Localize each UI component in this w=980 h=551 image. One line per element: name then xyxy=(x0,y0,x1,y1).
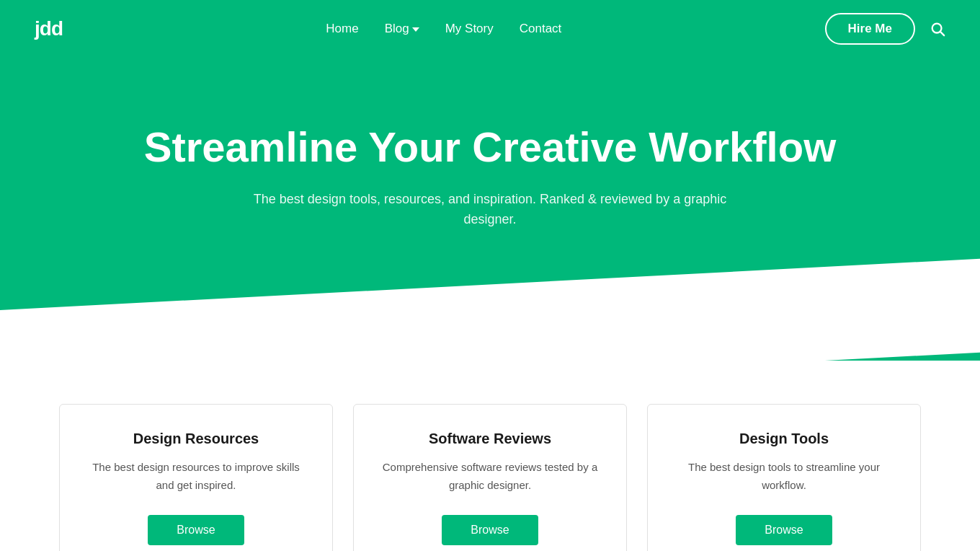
card-desc-design-resources: The best design resources to improve ski… xyxy=(83,459,309,495)
hero-subtitle: The best design tools, resources, and in… xyxy=(238,189,742,231)
nav-item-home[interactable]: Home xyxy=(326,22,358,35)
card-btn-software-reviews[interactable]: Browse xyxy=(442,515,538,545)
card-btn-design-resources[interactable]: Browse xyxy=(148,515,244,545)
hire-me-button[interactable]: Hire Me xyxy=(825,13,915,45)
card-design-resources: Design Resources The best design resourc… xyxy=(59,404,333,551)
navbar-actions: Hire Me xyxy=(825,13,945,45)
svg-line-1 xyxy=(940,32,944,35)
navbar: jdd Home Blog My Story Contact Hire Me xyxy=(0,0,980,58)
site-logo[interactable]: jdd xyxy=(35,17,63,40)
card-software-reviews: Software Reviews Comprehensive software … xyxy=(353,404,627,551)
hero-title: Streamline Your Creative Workflow xyxy=(144,123,837,172)
search-icon xyxy=(930,21,945,37)
card-title-design-resources: Design Resources xyxy=(133,431,259,447)
chevron-down-icon xyxy=(412,27,419,32)
search-button[interactable] xyxy=(930,21,945,37)
nav-item-my-story[interactable]: My Story xyxy=(445,22,494,35)
card-design-tools: Design Tools The best design tools to st… xyxy=(647,404,921,551)
cards-section: Design Resources The best design resourc… xyxy=(0,361,980,551)
card-title-software-reviews: Software Reviews xyxy=(429,431,551,447)
nav-item-contact[interactable]: Contact xyxy=(520,22,562,35)
nav-links: Home Blog My Story Contact xyxy=(326,22,561,36)
nav-item-blog[interactable]: Blog xyxy=(385,22,419,36)
card-desc-design-tools: The best design tools to streamline your… xyxy=(671,459,897,495)
card-title-design-tools: Design Tools xyxy=(739,431,829,447)
card-btn-design-tools[interactable]: Browse xyxy=(736,515,832,545)
card-desc-software-reviews: Comprehensive software reviews tested by… xyxy=(377,459,603,495)
